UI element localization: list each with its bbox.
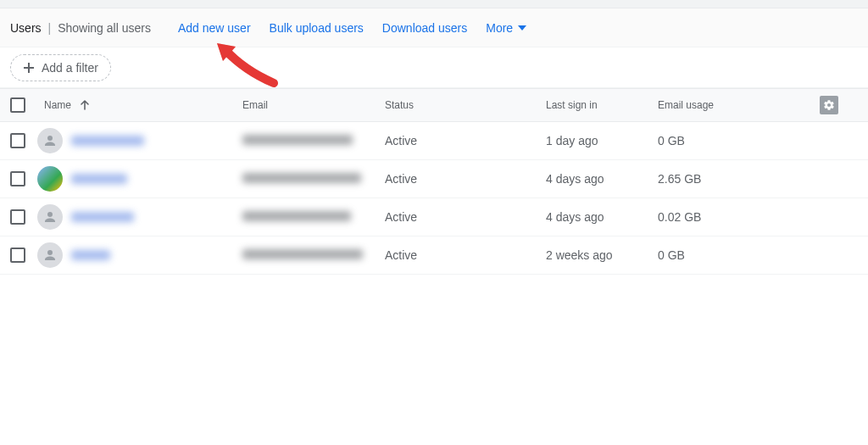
add-filter-label: Add a filter — [42, 61, 98, 75]
email-usage-cell: 0 GB — [658, 248, 810, 262]
status-cell: Active — [385, 172, 546, 186]
last-sign-in-cell: 4 days ago — [546, 172, 658, 186]
row-checkbox[interactable] — [10, 133, 25, 148]
table-row[interactable]: Active2 weeks ago0 GB — [0, 236, 868, 275]
select-all-checkbox[interactable] — [10, 97, 25, 113]
column-name[interactable]: Name — [37, 99, 242, 111]
email-cell — [242, 134, 385, 147]
column-email-usage[interactable]: Email usage — [658, 99, 810, 111]
last-sign-in-cell: 4 days ago — [546, 210, 658, 224]
email-cell — [242, 172, 385, 186]
status-cell: Active — [385, 210, 546, 224]
gear-icon — [823, 99, 835, 111]
person-icon — [42, 133, 58, 148]
title-separator: | — [47, 21, 53, 35]
table-body: Active1 day ago0 GBActive4 days ago2.65 … — [0, 122, 868, 275]
last-sign-in-cell: 2 weeks ago — [546, 248, 658, 262]
avatar — [37, 166, 63, 192]
row-checkbox[interactable] — [10, 209, 25, 225]
status-cell: Active — [385, 134, 546, 147]
header-actions: Add new user Bulk upload users Download … — [178, 21, 526, 35]
page-title: Users — [10, 21, 42, 35]
add-new-user-link[interactable]: Add new user — [178, 21, 251, 35]
column-last-sign-in-label: Last sign in — [546, 99, 598, 111]
user-email-redacted — [242, 211, 351, 221]
email-usage-cell: 2.65 GB — [658, 172, 810, 186]
column-email[interactable]: Email — [242, 99, 385, 111]
last-sign-in-cell: 1 day ago — [546, 134, 658, 147]
download-users-link[interactable]: Download users — [382, 21, 467, 35]
avatar — [37, 242, 63, 268]
plus-icon — [23, 62, 35, 74]
user-name-redacted[interactable] — [71, 174, 127, 184]
column-status-label: Status — [385, 99, 414, 111]
user-name-redacted[interactable] — [71, 250, 110, 260]
row-checkbox[interactable] — [10, 248, 25, 263]
column-last-sign-in[interactable]: Last sign in — [546, 99, 658, 111]
name-cell — [37, 242, 242, 268]
column-email-label: Email — [242, 99, 268, 111]
column-name-label: Name — [44, 99, 71, 111]
user-name-redacted[interactable] — [71, 212, 134, 222]
column-settings-cell — [810, 96, 848, 114]
page-subtitle: Showing all users — [58, 21, 151, 35]
name-cell — [37, 166, 242, 192]
email-cell — [242, 248, 385, 262]
add-filter-button[interactable]: Add a filter — [10, 54, 111, 81]
table-row[interactable]: Active4 days ago0.02 GB — [0, 198, 868, 236]
top-spacer — [0, 0, 868, 8]
user-email-redacted — [242, 249, 363, 259]
name-cell — [37, 204, 242, 230]
email-cell — [242, 210, 385, 224]
bulk-upload-users-link[interactable]: Bulk upload users — [270, 21, 364, 35]
table-row[interactable]: Active1 day ago0 GB — [0, 122, 868, 160]
sort-asc-icon — [80, 100, 90, 110]
email-usage-cell: 0.02 GB — [658, 210, 810, 224]
more-label: More — [486, 21, 513, 35]
status-cell: Active — [385, 248, 546, 262]
user-email-redacted — [242, 173, 361, 183]
row-checkbox-cell — [0, 209, 37, 225]
row-checkbox[interactable] — [10, 171, 25, 186]
page-header: Users | Showing all users Add new user B… — [0, 8, 868, 47]
header-checkbox-cell — [0, 97, 37, 113]
user-email-redacted — [242, 135, 353, 145]
row-checkbox-cell — [0, 133, 37, 148]
person-icon — [42, 209, 58, 225]
avatar — [37, 204, 63, 230]
avatar — [37, 128, 63, 153]
column-status[interactable]: Status — [385, 99, 546, 111]
filter-bar: Add a filter — [0, 47, 868, 88]
caret-down-icon — [518, 25, 526, 31]
user-name-redacted[interactable] — [71, 136, 144, 146]
email-usage-cell: 0 GB — [658, 134, 810, 147]
row-checkbox-cell — [0, 171, 37, 186]
person-icon — [42, 248, 58, 263]
name-cell — [37, 128, 242, 153]
row-checkbox-cell — [0, 248, 37, 263]
table-header: Name Email Status Last sign in Email usa… — [0, 88, 868, 122]
more-dropdown[interactable]: More — [486, 21, 526, 35]
column-email-usage-label: Email usage — [658, 99, 714, 111]
column-settings-button[interactable] — [820, 96, 838, 114]
table-row[interactable]: Active4 days ago2.65 GB — [0, 160, 868, 198]
